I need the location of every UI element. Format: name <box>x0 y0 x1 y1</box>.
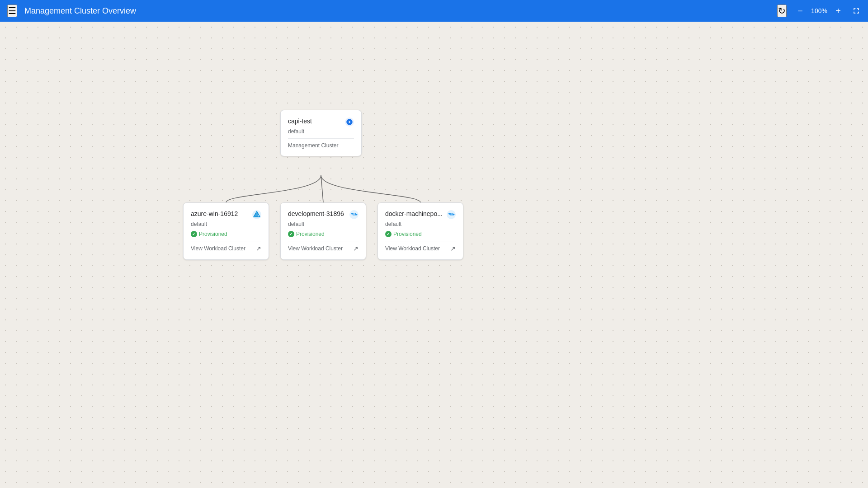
development-cluster-name: development-31896 <box>288 210 344 217</box>
docker-cluster-status: Provisioned <box>385 231 456 237</box>
page-title: Management Cluster Overview <box>24 6 770 16</box>
root-card-header: capi-test <box>288 117 354 127</box>
zoom-level: 100% <box>810 7 828 14</box>
azure-card-header: azure-win-16912 <box>191 210 261 219</box>
azure-external-link-icon: ↗ <box>256 245 261 252</box>
development-status-dot <box>288 231 294 237</box>
docker-status-dot <box>385 231 392 237</box>
development-cluster-status: Provisioned <box>288 231 359 237</box>
svg-line-0 <box>321 175 323 202</box>
docker-provider-icon <box>447 210 456 219</box>
child-cluster-card-docker[interactable]: docker-machinepo... default Provisioned … <box>377 202 463 260</box>
docker-status-text: Provisioned <box>393 231 422 237</box>
azure-status-dot <box>191 231 197 237</box>
docker-view-label: View Workload Cluster <box>385 245 440 252</box>
docker-external-link-icon: ↗ <box>450 245 456 252</box>
docker-cluster-namespace: default <box>385 221 456 227</box>
development-external-link-icon: ↗ <box>353 245 359 252</box>
development-view-workload-link[interactable]: View Workload Cluster ↗ <box>288 241 359 252</box>
header: ☰ Management Cluster Overview ↻ − 100% + <box>0 0 868 22</box>
docker-card-header: docker-machinepo... <box>385 210 456 219</box>
azure-cluster-status: Provisioned <box>191 231 261 237</box>
docker-cluster-name: docker-machinepo... <box>385 210 443 217</box>
development-card-header: development-31896 <box>288 210 359 219</box>
refresh-icon[interactable]: ↻ <box>777 5 787 17</box>
docker-view-workload-link[interactable]: View Workload Cluster ↗ <box>385 241 456 252</box>
menu-icon[interactable]: ☰ <box>7 5 17 17</box>
azure-status-text: Provisioned <box>199 231 227 237</box>
development-view-label: View Workload Cluster <box>288 245 343 252</box>
child-cluster-card-azure[interactable]: azure-win-16912 default Provisioned View… <box>183 202 269 260</box>
child-cluster-card-development[interactable]: development-31896 default Provisioned Vi… <box>280 202 366 260</box>
fullscreen-button[interactable] <box>852 6 861 15</box>
development-provider-icon <box>349 210 359 219</box>
root-cluster-namespace: default <box>288 128 354 135</box>
root-cluster-card[interactable]: capi-test default Management Cluster <box>280 110 362 156</box>
zoom-in-button[interactable]: + <box>832 5 844 17</box>
capi-provider-icon <box>345 117 354 127</box>
azure-provider-icon <box>252 210 261 219</box>
azure-cluster-namespace: default <box>191 221 261 227</box>
azure-view-label: View Workload Cluster <box>191 245 245 252</box>
development-status-text: Provisioned <box>296 231 325 237</box>
zoom-controls-group: − 100% + <box>794 5 844 17</box>
zoom-out-button[interactable]: − <box>794 5 807 17</box>
azure-view-workload-link[interactable]: View Workload Cluster ↗ <box>191 241 261 252</box>
diagram-canvas[interactable]: capi-test default Management Cluster azu… <box>0 22 868 488</box>
azure-cluster-name: azure-win-16912 <box>191 210 238 217</box>
root-cluster-type: Management Cluster <box>288 138 354 149</box>
root-cluster-name: capi-test <box>288 117 312 125</box>
development-cluster-namespace: default <box>288 221 359 227</box>
